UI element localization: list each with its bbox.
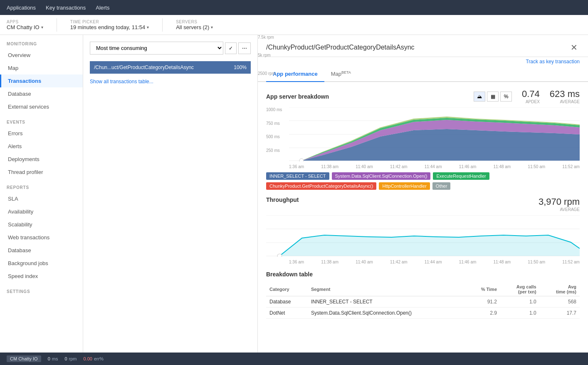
row2-segment: System.Data.SqlClient.SqlConnection.Open… xyxy=(308,308,467,319)
chart-legend: INNER_SELECT - SELECT System.Data.SqlCli… xyxy=(266,172,580,190)
sidebar-item-alerts[interactable]: Alerts xyxy=(0,140,83,153)
main-layout: MONITORING Overview Map Transactions Dat… xyxy=(0,35,588,353)
legend-execute-request[interactable]: ExecuteRequestHandler xyxy=(433,172,489,180)
svg-marker-5 xyxy=(289,129,580,161)
sidebar-item-external-services[interactable]: External services xyxy=(0,100,83,113)
timepicker-dropdown[interactable]: 19 minutes ending today, 11:54 ▾ xyxy=(70,24,149,30)
sidebar-item-database-report[interactable]: Database xyxy=(0,244,83,257)
sidebar-item-availability[interactable]: Availability xyxy=(0,205,83,218)
chart-pct-btn[interactable]: % xyxy=(500,92,512,102)
divider-2 xyxy=(162,18,163,32)
breakdown-chart-area xyxy=(289,107,580,163)
row2-time: 17.7 xyxy=(540,308,580,319)
sort-dropdown[interactable]: Most time consuming xyxy=(90,42,223,55)
timepicker-chevron-icon: ▾ xyxy=(147,25,149,30)
sidebar-item-sla[interactable]: SLA xyxy=(0,192,83,205)
tab-bar: App performance MapBETA xyxy=(258,66,588,82)
legend-http-controller[interactable]: HttpControllerHandler xyxy=(379,182,430,190)
throughput-stats: 3,970 rpm AVERAGE xyxy=(539,196,580,212)
col-avg-calls: Avg calls(per txn) xyxy=(500,283,540,296)
throughput-title: Throughput xyxy=(266,196,299,203)
throughput-section: Throughput 3,970 rpm AVERAGE 7.5k rpm 5k… xyxy=(258,196,588,271)
legend-inner-select[interactable]: INNER_SELECT - SELECT xyxy=(266,172,329,180)
row2-pct: 2.9 xyxy=(467,308,501,319)
detail-panel: /ChunkyProduct/GetProductCategoryDetails… xyxy=(258,35,588,353)
apdex-stat: 0.74 APDEX xyxy=(522,89,540,104)
throughput-x-labels: 1:36 am 11:38 am 11:40 am 11:42 am 11:44… xyxy=(289,260,580,264)
dropdown-check-icon[interactable]: ✓ xyxy=(225,42,237,54)
servers-dropdown[interactable]: All servers (2) ▾ xyxy=(176,24,213,30)
legend-other[interactable]: Other xyxy=(432,182,451,190)
sidebar-item-web-transactions[interactable]: Web transactions xyxy=(0,231,83,244)
top-nav: Applications Key transactions Alerts xyxy=(0,0,588,15)
col-segment: Segment xyxy=(308,283,467,296)
legend-sql-connection[interactable]: System.Data.SqlClient.SqlConnection.Open… xyxy=(332,172,431,180)
throughput-label: AVERAGE xyxy=(539,207,580,212)
sidebar-item-database[interactable]: Database xyxy=(0,87,83,100)
breakdown-table: Category Segment % Time Avg calls(per tx… xyxy=(266,283,580,319)
nav-key-transactions[interactable]: Key transactions xyxy=(46,2,86,13)
sidebar-item-scalability[interactable]: Scalability xyxy=(0,218,83,231)
svg-point-15 xyxy=(277,254,282,257)
detail-title: /ChunkyProduct/GetProductCategoryDetails… xyxy=(266,44,415,51)
legend-chunky-product[interactable]: ChunkyProduct.GetProductCategoryDetailsA… xyxy=(266,182,376,190)
status-rpm: 0 rpm xyxy=(64,356,77,361)
row1-category: Database xyxy=(266,296,308,308)
transaction-panel: Most time consuming ✓ ⋯ /Chun...uct/GetP… xyxy=(83,35,258,353)
apps-section: APPS CM Chatty IO ▾ xyxy=(7,20,43,30)
col-avg-time: Avgtime (ms) xyxy=(540,283,580,296)
status-ms-label: ms xyxy=(52,356,58,361)
servers-chevron-icon: ▾ xyxy=(211,25,213,30)
row1-pct: 91.2 xyxy=(467,296,501,308)
chart-area-btn[interactable]: ⛰ xyxy=(474,92,485,102)
breakdown-table-title: Breakdown table xyxy=(266,271,580,278)
breakdown-y-labels: 1000 ms 750 ms 500 ms 250 ms xyxy=(266,107,289,161)
show-all-link[interactable]: Show all transactions table... xyxy=(90,79,153,84)
detail-header: /ChunkyProduct/GetProductCategoryDetails… xyxy=(258,35,588,57)
apps-dropdown[interactable]: CM Chatty IO ▾ xyxy=(7,24,43,30)
timepicker-section: TIME PICKER 19 minutes ending today, 11:… xyxy=(70,20,149,30)
reports-section-label: REPORTS xyxy=(0,179,83,192)
sidebar-item-deployments[interactable]: Deployments xyxy=(0,153,83,166)
app-bar: APPS CM Chatty IO ▾ TIME PICKER 19 minut… xyxy=(0,15,588,35)
sidebar-item-background-jobs[interactable]: Background jobs xyxy=(0,257,83,270)
close-button[interactable]: ✕ xyxy=(568,42,580,53)
sidebar-item-overview[interactable]: Overview xyxy=(0,49,83,62)
sidebar-item-map[interactable]: Map xyxy=(0,62,83,74)
sidebar-item-errors[interactable]: Errors xyxy=(0,127,83,140)
average-label: AVERAGE xyxy=(550,99,580,104)
row1-calls: 1.0 xyxy=(500,296,540,308)
detail-subheader: Track as key transaction xyxy=(258,57,588,66)
breakdown-table-section: Breakdown table Category Segment % Time … xyxy=(258,271,588,325)
chart-bar-btn[interactable]: ▦ xyxy=(487,92,499,102)
sidebar-item-thread-profiler[interactable]: Thread profiler xyxy=(0,166,83,179)
throughput-y-labels: 7.5k rpm 5k rpm 2500 rpm xyxy=(258,35,281,89)
table-row: Database INNER_SELECT - SELECT 91.2 1.0 … xyxy=(266,296,580,308)
breakdown-x-labels: 1:36 am 11:38 am 11:40 am 11:42 am 11:44… xyxy=(289,164,580,169)
throughput-value: 3,970 rpm xyxy=(539,196,580,207)
transaction-row[interactable]: /Chun...uct/GetProductCategoryDetailsAsy… xyxy=(90,61,251,74)
sidebar-item-speed-index[interactable]: Speed index xyxy=(0,270,83,283)
breakdown-chart-title: App server breakdown xyxy=(266,93,329,100)
divider-1 xyxy=(57,18,57,32)
dropdown-bar: Most time consuming ✓ ⋯ xyxy=(90,42,251,55)
events-section-label: EVENTS xyxy=(0,113,83,127)
row1-time: 568 xyxy=(540,296,580,308)
nav-applications[interactable]: Applications xyxy=(7,2,36,13)
chart-controls: ⛰ ▦ % xyxy=(474,92,512,102)
status-ms-value: 0 xyxy=(48,356,50,361)
status-bar: CM Chatty IO 0 ms 0 rpm 0.00 err% xyxy=(0,353,588,365)
nav-alerts[interactable]: Alerts xyxy=(96,2,109,13)
svg-point-9 xyxy=(299,159,304,161)
dropdown-expand-icon[interactable]: ⋯ xyxy=(238,42,251,54)
average-value: 623 ms xyxy=(550,89,580,99)
status-err-value: 0.00 xyxy=(84,356,92,361)
apps-label: APPS xyxy=(7,20,43,24)
status-ms: 0 ms xyxy=(48,356,58,361)
sidebar-item-transactions[interactable]: Transactions xyxy=(0,74,83,87)
track-key-link[interactable]: Track as key transaction xyxy=(526,59,580,65)
status-rpm-value: 0 xyxy=(64,356,67,361)
apps-chevron-icon: ▾ xyxy=(41,25,43,30)
tab-map[interactable]: MapBETA xyxy=(324,66,358,82)
status-err: 0.00 err% xyxy=(84,356,104,361)
